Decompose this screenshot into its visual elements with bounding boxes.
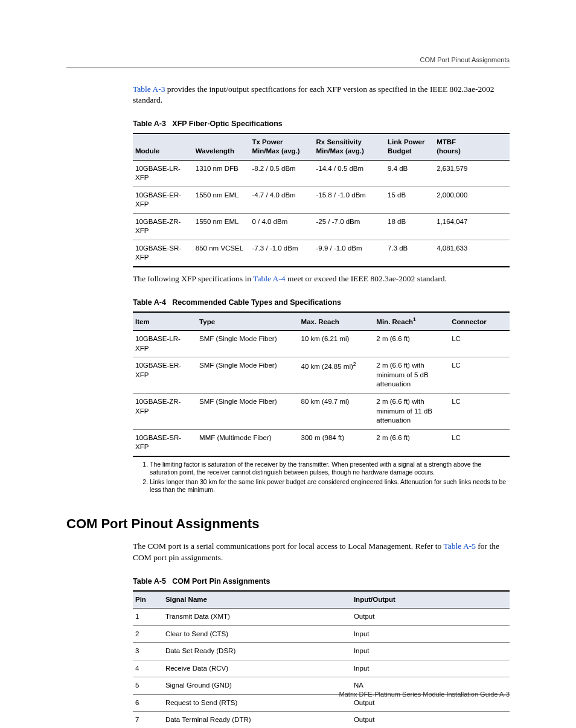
table-cell: LC: [449, 331, 510, 357]
table-cell: 10GBASE-ZR-XFP: [133, 393, 197, 429]
table-cell: Input: [351, 660, 510, 677]
table-row: 1Transmit Data (XMT)Output: [133, 608, 510, 626]
table-cell: 4,081,633: [434, 240, 510, 267]
th-pin: Pin: [133, 591, 163, 608]
table-cell: 1,164,047: [434, 213, 510, 240]
th-tx: Tx PowerMin/Max (avg.): [249, 133, 313, 161]
table-cell: 10GBASE-LR-XFP: [133, 160, 193, 187]
table-row: 10GBASE-ER-XFP1550 nm EML-4.7 / 4.0 dBm-…: [133, 187, 510, 213]
th-item: Item: [133, 312, 197, 331]
table-cell: 1550 nm EML: [193, 187, 250, 213]
table-cell: Output: [351, 712, 510, 728]
intro-paragraph-a5: The COM port is a serial communications …: [133, 541, 510, 563]
table-cell: 7.3 dB: [385, 240, 434, 267]
table-cell: -25 / -7.0 dBm: [314, 213, 386, 240]
table-row: 4Receive Data (RCV)Input: [133, 660, 510, 677]
table-row: 10GBASE-ER-XFPSMF (Single Mode Fiber)40 …: [133, 357, 510, 394]
page-footer: Matrix DFE-Platinum Series Module Instal…: [339, 691, 510, 698]
table-cell: Receive Data (RCV): [163, 660, 351, 677]
table-cell: SMF (Single Mode Fiber): [197, 393, 298, 429]
table-cell: LC: [449, 393, 510, 429]
table-cell: Request to Send (RTS): [163, 694, 351, 712]
intro-paragraph-a3: Table A-3 provides the input/output spec…: [133, 84, 510, 106]
table-cell: 300 m (984 ft): [299, 429, 374, 456]
table-cell: Data Set Ready (DSR): [163, 643, 351, 660]
table-row: 10GBASE-SR-XFP850 nm VCSEL-7.3 / -1.0 dB…: [133, 240, 510, 267]
table-a4: Item Type Max. Reach Min. Reach1 Connect…: [133, 311, 510, 457]
table-cell: SMF (Single Mode Fiber): [197, 357, 298, 394]
section-heading-com-port: COM Port Pinout Assignments: [66, 515, 510, 533]
table-cell: 10GBASE-ER-XFP: [133, 357, 197, 394]
table-row: 10GBASE-ZR-XFP1550 nm EML0 / 4.0 dBm-25 …: [133, 213, 510, 240]
table-cell: 10GBASE-ER-XFP: [133, 187, 193, 213]
table-cell: MMF (Multimode Fiber): [197, 429, 298, 456]
table-cell: 2,631,579: [434, 160, 510, 187]
table-cell: LC: [449, 429, 510, 456]
table-row: 3Data Set Ready (DSR)Input: [133, 643, 510, 660]
table-a4-link[interactable]: Table A-4: [253, 274, 285, 283]
intro-paragraph-a4: The following XFP specifications in Tabl…: [133, 273, 510, 284]
table-row: 10GBASE-ZR-XFPSMF (Single Mode Fiber)80 …: [133, 393, 510, 429]
table-row: 2Clear to Send (CTS)Input: [133, 625, 510, 643]
table-cell: Input: [351, 625, 510, 643]
table-cell: 2,000,000: [434, 187, 510, 213]
table-cell: 40 km (24.85 mi)2: [299, 357, 374, 394]
th-wavelength: Wavelength: [193, 133, 250, 161]
table-cell: 0 / 4.0 dBm: [249, 213, 313, 240]
table-cell: 15 dB: [385, 187, 434, 213]
table-cell: 2 m (6.6 ft) with minimum of 5 dB attenu…: [374, 357, 449, 394]
table-a4-footnotes: The limiting factor is saturation of the…: [150, 461, 510, 495]
table-a4-caption: Table A-4 Recommended Cable Types and Sp…: [133, 298, 510, 308]
table-cell: Data Terminal Ready (DTR): [163, 712, 351, 728]
table-cell: 10GBASE-ZR-XFP: [133, 213, 193, 240]
th-conn: Connector: [449, 312, 510, 331]
table-cell: Output: [351, 608, 510, 626]
th-io: Input/Output: [351, 591, 510, 608]
table-cell: Signal Ground (GND): [163, 677, 351, 695]
table-cell: 10 km (6.21 mi): [299, 331, 374, 357]
table-cell: 80 km (49.7 mi): [299, 393, 374, 429]
table-cell: 4: [133, 660, 163, 677]
table-cell: 5: [133, 677, 163, 695]
table-cell: LC: [449, 357, 510, 394]
th-lp: Link PowerBudget: [385, 133, 434, 161]
table-row: 7Data Terminal Ready (DTR)Output: [133, 712, 510, 728]
table-cell: -9.9 / -1.0 dBm: [314, 240, 386, 267]
th-signal: Signal Name: [163, 591, 351, 608]
table-a5-link[interactable]: Table A-5: [443, 541, 475, 551]
table-cell: 7: [133, 712, 163, 728]
table-cell: 1310 nm DFB: [193, 160, 250, 187]
table-cell: SMF (Single Mode Fiber): [197, 331, 298, 357]
table-cell: 850 nm VCSEL: [193, 240, 250, 267]
table-cell: 10GBASE-SR-XFP: [133, 429, 197, 456]
intro-a3-text: provides the input/output specifications…: [133, 85, 494, 104]
table-cell: -15.8 / -1.0 dBm: [314, 187, 386, 213]
table-cell: 2 m (6.6 ft) with minimum of 11 dB atten…: [374, 393, 449, 429]
th-max: Max. Reach: [299, 312, 374, 331]
top-rule: [66, 68, 510, 68]
table-cell: Transmit Data (XMT): [163, 608, 351, 626]
table-cell: 2 m (6.6 ft): [374, 429, 449, 456]
table-cell: -7.3 / -1.0 dBm: [249, 240, 313, 267]
table-cell: 2: [133, 625, 163, 643]
table-cell: Clear to Send (CTS): [163, 625, 351, 643]
table-cell: 10GBASE-LR-XFP: [133, 331, 197, 357]
table-a3: Module Wavelength Tx PowerMin/Max (avg.)…: [133, 133, 510, 267]
th-mtbf: MTBF(hours): [434, 133, 510, 161]
table-cell: 9.4 dB: [385, 160, 434, 187]
table-cell: 6: [133, 694, 163, 712]
table-cell: -4.7 / 4.0 dBm: [249, 187, 313, 213]
th-type: Type: [197, 312, 298, 331]
table-cell: 3: [133, 643, 163, 660]
footnote-2: Links longer than 30 km for the same lin…: [150, 478, 510, 494]
th-min: Min. Reach1: [374, 312, 449, 331]
table-a3-link[interactable]: Table A-3: [133, 85, 165, 94]
table-cell: -8.2 / 0.5 dBm: [249, 160, 313, 187]
th-module: Module: [133, 133, 193, 161]
table-cell: 18 dB: [385, 213, 434, 240]
table-row: 10GBASE-LR-XFPSMF (Single Mode Fiber)10 …: [133, 331, 510, 357]
table-cell: 10GBASE-SR-XFP: [133, 240, 193, 267]
th-rx: Rx SensitivityMin/Max (avg.): [314, 133, 386, 161]
table-a5: Pin Signal Name Input/Output 1Transmit D…: [133, 590, 510, 728]
table-a3-caption: Table A-3 XFP Fiber-Optic Specifications: [133, 119, 510, 129]
